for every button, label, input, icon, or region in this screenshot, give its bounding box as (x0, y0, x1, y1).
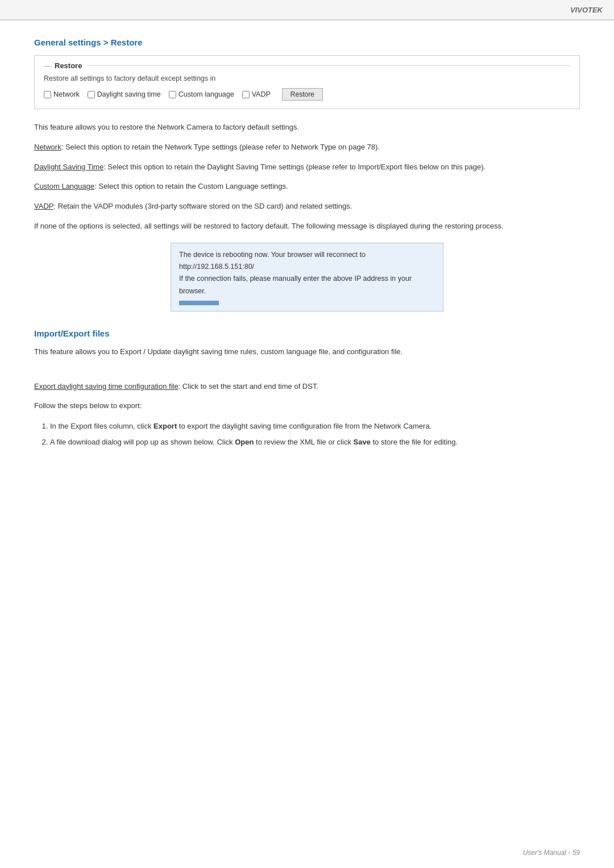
custom-lang-checkbox-label[interactable]: Custom language (169, 90, 234, 98)
dash-icon: — (44, 61, 51, 70)
top-bar: VIVOTEK (0, 0, 614, 20)
page-title: General settings > Restore (34, 38, 580, 47)
body-paragraph-dst: Daylight Saving Time: Select this option… (34, 161, 580, 173)
step-1: In the Export files column, click Export… (50, 420, 580, 433)
restore-box: — Restore Restore all settings to factor… (34, 55, 580, 109)
export-bold: Export (154, 422, 177, 430)
restore-box-title-row: — Restore (44, 61, 570, 70)
save-bold: Save (354, 438, 371, 446)
follow-steps-text: Follow the steps below to export: (34, 400, 580, 412)
network-checkbox[interactable] (44, 91, 51, 98)
page-number: User's Manual - 59 (523, 849, 580, 857)
brand-logo: VIVOTEK (570, 6, 603, 14)
body-paragraph-network: Network: Select this option to retain th… (34, 142, 580, 153)
reboot-message-box: The device is rebooting now. Your browse… (171, 243, 443, 312)
export-dst-paragraph: Export daylight saving time configuratio… (34, 381, 580, 393)
import-export-section: Import/Export files This feature allows … (34, 329, 580, 358)
dst-checkbox-text: Daylight saving time (97, 90, 161, 98)
reboot-line2: If the connection fails, please manually… (179, 273, 435, 297)
footer-section: Export daylight saving time configuratio… (34, 381, 580, 449)
vadp-checkbox-label[interactable]: VADP (242, 90, 271, 98)
dst-checkbox[interactable] (88, 91, 95, 98)
vadp-checkbox-text: VADP (252, 90, 271, 98)
vadp-term: VADP (34, 202, 53, 210)
import-export-description: This feature allows you to Export / Upda… (34, 346, 580, 358)
open-bold: Open (235, 438, 254, 446)
restore-options-row: Network Daylight saving time Custom lang… (44, 88, 570, 101)
body-paragraph-custom-lang: Custom Language: Select this option to r… (34, 181, 580, 193)
dst-checkbox-label[interactable]: Daylight saving time (88, 90, 161, 98)
custom-lang-checkbox[interactable] (169, 91, 176, 98)
reboot-line1: The device is rebooting now. Your browse… (179, 249, 435, 273)
body-paragraph-vadp: VADP: Retain the VADP modules (3rd-party… (34, 201, 580, 213)
network-checkbox-label[interactable]: Network (44, 90, 80, 98)
network-term: Network (34, 143, 61, 151)
vadp-checkbox[interactable] (242, 91, 250, 98)
steps-list: In the Export files column, click Export… (50, 420, 580, 448)
body-paragraph-none: If none of the options is selected, all … (34, 221, 580, 232)
reboot-progress-bar (179, 301, 219, 305)
import-export-title: Import/Export files (34, 329, 580, 338)
custom-lang-checkbox-text: Custom language (179, 90, 234, 98)
restore-button[interactable]: Restore (282, 88, 323, 101)
custom-lang-term: Custom Language (34, 182, 94, 190)
restore-box-title: Restore (55, 61, 82, 70)
dst-term: Daylight Saving Time (34, 163, 103, 171)
title-divider (88, 65, 570, 66)
export-dst-suffix: : Click to set the start and end time of… (179, 382, 318, 391)
restore-description: Restore all settings to factory default … (44, 74, 570, 82)
step-2: A file download dialog will pop up as sh… (50, 436, 580, 448)
body-paragraph-1: This feature allows you to restore the N… (34, 122, 580, 134)
network-checkbox-text: Network (53, 90, 80, 98)
export-dst-link[interactable]: Export daylight saving time configuratio… (34, 382, 179, 391)
main-content: General settings > Restore — Restore Res… (0, 20, 614, 471)
